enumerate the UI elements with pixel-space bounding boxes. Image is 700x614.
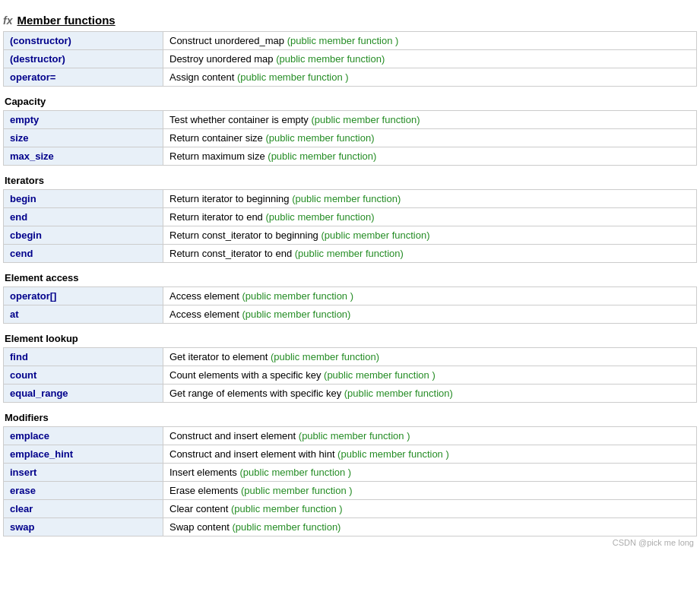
function-name[interactable]: find [4, 348, 163, 366]
function-name[interactable]: operator= [4, 68, 163, 87]
function-description: Access element (public member function ) [163, 287, 697, 305]
function-badge: (public member function ) [287, 35, 399, 46]
function-name[interactable]: size [4, 129, 163, 147]
function-name[interactable]: emplace_hint [4, 445, 163, 464]
function-description: Access element (public member function) [163, 305, 697, 324]
function-description: Swap content (public member function) [163, 518, 697, 536]
function-name[interactable]: (constructor) [4, 32, 163, 50]
function-badge: (public member function) [295, 248, 404, 259]
function-badge: (public member function ) [237, 71, 349, 83]
table-row: max_sizeReturn maximum size (public memb… [4, 147, 697, 166]
function-name[interactable]: empty [4, 111, 163, 129]
table-row: (constructor)Construct unordered_map (pu… [4, 32, 697, 50]
function-badge: (public member function) [232, 521, 340, 533]
table-row: operator[]Access element (public member … [4, 287, 697, 305]
function-badge: (public member function) [276, 53, 385, 65]
function-badge: (public member function) [265, 132, 374, 144]
function-description: Get iterator to element (public member f… [163, 348, 697, 366]
function-description: Count elements with a specific key (publ… [163, 366, 697, 385]
function-description: Clear content (public member function ) [163, 500, 697, 518]
table-element-lookup: findGet iterator to element (public memb… [3, 347, 697, 403]
fx-icon: fx [3, 14, 12, 27]
function-name[interactable]: begin [4, 190, 163, 208]
table-row: clearClear content (public member functi… [4, 500, 697, 518]
function-description: Return maximum size (public member funct… [163, 147, 697, 166]
watermark: CSDN @pick me long [3, 536, 697, 549]
function-name[interactable]: cend [4, 245, 163, 263]
function-badge: (public member function) [265, 211, 374, 223]
function-name[interactable]: swap [4, 518, 163, 536]
category-label-modifiers: Modifiers [3, 412, 697, 423]
table-capacity: emptyTest whether container is empty (pu… [3, 110, 697, 166]
function-name[interactable]: max_size [4, 147, 163, 166]
function-name[interactable]: equal_range [4, 385, 163, 403]
function-name[interactable]: end [4, 208, 163, 226]
table-row: eraseErase elements (public member funct… [4, 482, 697, 500]
table-row: emptyTest whether container is empty (pu… [4, 111, 697, 129]
function-badge: (public member function ) [242, 290, 353, 302]
table-row: insertInsert elements (public member fun… [4, 464, 697, 482]
table-row: cbeginReturn const_iterator to beginning… [4, 226, 697, 245]
function-description: Get range of elements with specific key … [163, 385, 697, 403]
table-main: (constructor)Construct unordered_map (pu… [3, 31, 697, 87]
table-row: countCount elements with a specific key … [4, 366, 697, 385]
function-name[interactable]: operator[] [4, 287, 163, 305]
function-badge: (public member function ) [299, 430, 410, 442]
categories-container: (constructor)Construct unordered_map (pu… [3, 31, 697, 536]
category-label-capacity: Capacity [3, 96, 697, 107]
table-row: emplaceConstruct and insert element (pub… [4, 427, 697, 445]
function-description: Return iterator to end (public member fu… [163, 208, 697, 226]
function-description: Construct and insert element with hint (… [163, 445, 697, 464]
table-row: (destructor)Destroy unordered map (publi… [4, 50, 697, 68]
table-row: findGet iterator to element (public memb… [4, 348, 697, 366]
function-description: Insert elements (public member function … [163, 464, 697, 482]
function-badge: (public member function) [311, 114, 420, 125]
function-description: Return const_iterator to beginning (publ… [163, 226, 697, 245]
function-badge: (public member function ) [324, 369, 436, 381]
function-badge: (public member function) [271, 351, 379, 362]
function-description: Destroy unordered map (public member fun… [163, 50, 697, 68]
table-modifiers: emplaceConstruct and insert element (pub… [3, 426, 697, 536]
function-name[interactable]: erase [4, 482, 163, 500]
function-name[interactable]: emplace [4, 427, 163, 445]
function-name[interactable]: clear [4, 500, 163, 518]
table-element-access: operator[]Access element (public member … [3, 286, 697, 324]
function-badge: (public member function ) [231, 503, 343, 514]
function-name[interactable]: (destructor) [4, 50, 163, 68]
function-badge: (public member function) [292, 193, 401, 204]
table-row: swapSwap content (public member function… [4, 518, 697, 536]
category-label-element-lookup: Element lookup [3, 333, 697, 344]
table-row: emplace_hintConstruct and insert element… [4, 445, 697, 464]
function-description: Return iterator to beginning (public mem… [163, 190, 697, 208]
function-name[interactable]: cbegin [4, 226, 163, 245]
function-description: Test whether container is empty (public … [163, 111, 697, 129]
function-description: Return const_iterator to end (public mem… [163, 245, 697, 263]
function-badge: (public member function ) [241, 485, 353, 496]
function-description: Erase elements (public member function ) [163, 482, 697, 500]
table-row: endReturn iterator to end (public member… [4, 208, 697, 226]
function-badge: (public member function) [321, 229, 429, 241]
section-header: fx Member functions [3, 14, 697, 27]
function-description: Assign content (public member function ) [163, 68, 697, 87]
function-name[interactable]: insert [4, 464, 163, 482]
function-badge: (public member function ) [240, 467, 352, 478]
function-badge: (public member function) [344, 388, 453, 399]
page-title: Member functions [17, 14, 115, 27]
function-badge: (public member function ) [337, 448, 449, 460]
table-row: sizeReturn container size (public member… [4, 129, 697, 147]
function-name[interactable]: count [4, 366, 163, 385]
page-container: fx Member functions (constructor)Constru… [0, 0, 700, 555]
function-description: Return container size (public member fun… [163, 129, 697, 147]
function-badge: (public member function) [268, 150, 376, 162]
table-iterators: beginReturn iterator to beginning (publi… [3, 189, 697, 263]
category-label-iterators: Iterators [3, 175, 697, 186]
table-row: atAccess element (public member function… [4, 305, 697, 324]
table-row: operator=Assign content (public member f… [4, 68, 697, 87]
function-badge: (public member function) [242, 309, 350, 320]
table-row: cendReturn const_iterator to end (public… [4, 245, 697, 263]
table-row: equal_rangeGet range of elements with sp… [4, 385, 697, 403]
category-label-element-access: Element access [3, 272, 697, 283]
function-name[interactable]: at [4, 305, 163, 324]
function-description: Construct unordered_map (public member f… [163, 32, 697, 50]
function-description: Construct and insert element (public mem… [163, 427, 697, 445]
